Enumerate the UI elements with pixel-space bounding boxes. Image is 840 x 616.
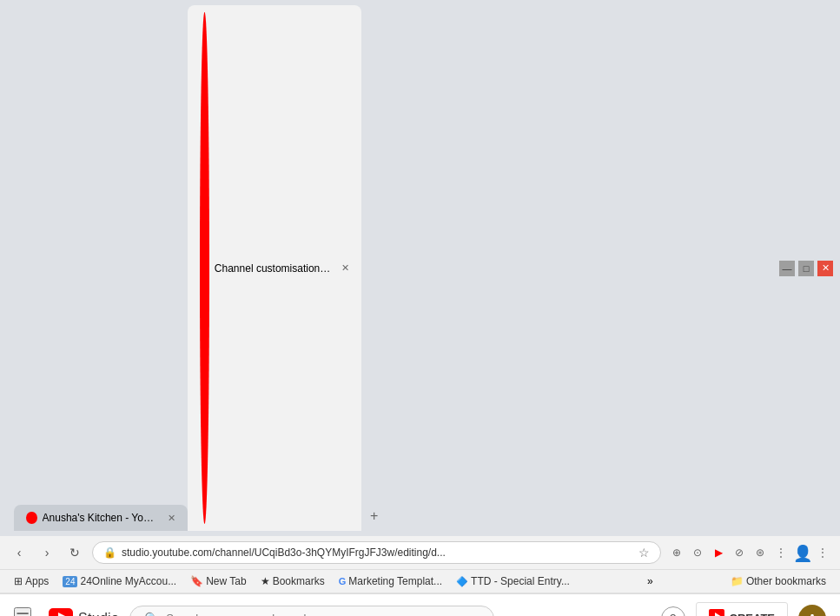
tab-favicon-yt <box>26 512 37 524</box>
tab-label-studio: Channel customisation - YouTu... <box>215 262 333 275</box>
profile-icon[interactable]: 👤 <box>793 544 810 561</box>
browser-chrome: Anusha's Kitchen - YouTube ✕ Channel cus… <box>0 0 840 594</box>
bookmark-favicon-1: 24 <box>63 576 77 587</box>
user-avatar[interactable]: A <box>798 605 826 617</box>
search-bar[interactable]: 🔍 <box>129 606 494 617</box>
maximize-button[interactable]: □ <box>798 261 814 276</box>
sidebar-toggle-button[interactable]: ☰ <box>14 607 31 617</box>
title-bar: Anusha's Kitchen - YouTube ✕ Channel cus… <box>0 0 840 536</box>
apps-grid-icon: ⊞ <box>14 575 23 587</box>
reload-button[interactable]: ↻ <box>64 542 85 563</box>
bookmark-ttd[interactable]: 🔷 TTD - Special Entry... <box>451 573 575 589</box>
youtube-studio-logo[interactable]: Studio <box>49 606 119 617</box>
toolbar-extensions: ⊕ ⊙ ▶ ⊘ ⊛ ⋮ 👤 ⋮ <box>668 544 831 561</box>
create-button[interactable]: CREATE <box>696 602 788 617</box>
search-icon: 🔍 <box>144 612 159 617</box>
tab-close-yt[interactable]: ✕ <box>168 513 175 524</box>
bookmark-bookmarks[interactable]: ★ Bookmarks <box>255 573 330 589</box>
bookmarks-star-icon: ★ <box>261 575 270 587</box>
close-button[interactable]: ✕ <box>817 261 833 276</box>
google-icon: G <box>339 576 347 586</box>
bookmark-24online[interactable]: 24 24Online MyAccou... <box>57 573 182 589</box>
window-controls: — □ ✕ <box>779 261 833 276</box>
youtube-logo-icon <box>49 606 73 617</box>
tab-studio[interactable]: Channel customisation - YouTu... ✕ <box>188 5 361 531</box>
header-right: ? CREATE A <box>661 602 826 617</box>
create-icon <box>709 609 724 617</box>
ext-icon-1[interactable]: ⊕ <box>668 544 685 561</box>
bookmark-marketing[interactable]: G Marketing Templat... <box>334 573 447 589</box>
menu-button[interactable]: ⋮ <box>814 544 831 561</box>
back-button[interactable]: ‹ <box>9 542 30 563</box>
tabs-bar: Anusha's Kitchen - YouTube ✕ Channel cus… <box>7 5 772 531</box>
apps-label: Apps <box>25 575 49 587</box>
bookmark-apps[interactable]: ⊞ Apps <box>9 573 54 589</box>
search-input[interactable] <box>166 612 480 616</box>
tab-close-studio[interactable]: ✕ <box>341 262 349 274</box>
bookmarks-bar: ⊞ Apps 24 24Online MyAccou... 🔖 New Tab … <box>0 570 840 593</box>
youtube-studio-app: ☰ Studio 🔍 ? C <box>0 594 840 616</box>
folder-icon: 📁 <box>731 575 744 587</box>
ext-icon-4[interactable]: ⊘ <box>731 544 748 561</box>
newtab-icon: 🔖 <box>190 575 203 587</box>
bookmarks-more[interactable]: » <box>642 573 658 589</box>
lock-icon: 🔒 <box>103 546 116 559</box>
bookmark-newtab[interactable]: 🔖 New Tab <box>185 573 251 589</box>
address-bar: ‹ › ↻ 🔒 studio.youtube.com/channel/UCqiB… <box>0 536 840 570</box>
ttd-icon: 🔷 <box>456 576 468 587</box>
url-bar[interactable]: 🔒 studio.youtube.com/channel/UCqiBd3o-3h… <box>92 541 661 564</box>
studio-label: Studio <box>78 611 119 617</box>
ext-icon-5[interactable]: ⊛ <box>751 544 769 561</box>
bookmark-star-icon[interactable]: ☆ <box>638 546 650 560</box>
ext-icon-3[interactable]: ▶ <box>710 544 727 561</box>
more-extensions[interactable]: ⋮ <box>772 544 790 561</box>
bookmark-folder-other[interactable]: 📁 Other bookmarks <box>725 573 831 589</box>
app-header: ☰ Studio 🔍 ? C <box>0 594 840 616</box>
forward-button[interactable]: › <box>36 542 57 563</box>
tab-youtube[interactable]: Anusha's Kitchen - YouTube ✕ <box>14 505 188 531</box>
tab-favicon-studio <box>200 12 209 524</box>
minimize-button[interactable]: — <box>779 261 795 276</box>
url-text: studio.youtube.com/channel/UCqiBd3o-3hQY… <box>122 546 633 559</box>
tab-label-yt: Anusha's Kitchen - YouTube <box>43 512 159 524</box>
ext-icon-2[interactable]: ⊙ <box>689 544 706 561</box>
create-label: CREATE <box>730 612 775 616</box>
help-button[interactable]: ? <box>661 606 685 617</box>
new-tab-button[interactable]: + <box>361 501 387 531</box>
